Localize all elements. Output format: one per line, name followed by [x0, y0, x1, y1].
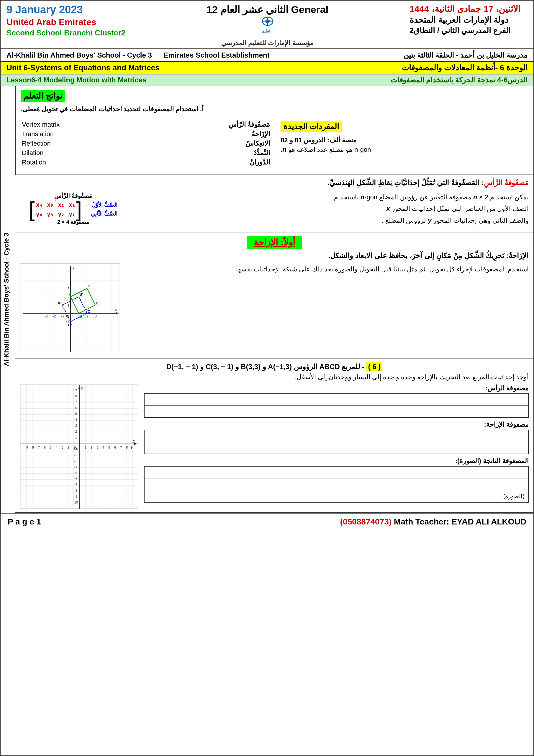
matrix-tables: مصفوفة الرأس:	[144, 385, 529, 508]
svg-text:-2: -2	[74, 453, 77, 457]
header: 9 January 2023 United Arab Emirates Seco…	[1, 1, 533, 49]
vocab-row-4: Dilation التَّمدُّدُ	[22, 149, 270, 157]
vertical-sidebar: Al-Khalil Bin Ahmed Boys' School - Cycle…	[1, 86, 15, 513]
vertex-matrix-block: مصفوفة الرأس:	[144, 385, 529, 418]
outcomes-section: نواتج التعلم أ. استخدام المصفوفات لتحديد…	[15, 86, 533, 117]
svg-text:-4: -4	[74, 465, 77, 469]
svg-text:2: 2	[75, 430, 77, 433]
right-bracket: ]	[29, 201, 35, 218]
problem6-svg: y x 1 2 3 4 5 6 7 8 9	[20, 385, 139, 509]
svg-text:4: 4	[102, 446, 104, 449]
svg-text:3: 3	[96, 446, 98, 449]
vocab-section: Vertex matrix مَصفُوفةُ الرَّأسِ Transla…	[15, 117, 533, 175]
vertex-matrix-visual: مَصفُوفةُ الرَّأسِ الصَّفُّ الأوَّلُ ← ا…	[20, 189, 126, 228]
svg-text:7: 7	[75, 400, 77, 404]
svg-text:-6: -6	[43, 446, 46, 449]
svg-text:9: 9	[131, 446, 133, 449]
translation-matrix-block: مصفوفة الإزاحة:	[144, 421, 529, 454]
svg-text:1: 1	[67, 303, 70, 308]
svg-text:-8: -8	[74, 489, 77, 492]
svg-text:-7: -7	[74, 483, 77, 486]
date-arabic: الاثنين، 17 جمادى الثانية، 1444	[410, 4, 521, 14]
svg-text:-3: -3	[44, 314, 48, 318]
vocab-en-5: Rotation	[22, 159, 46, 166]
result-matrix-block: المصفوفة الناتجة (الصورة): (الصورة)	[144, 457, 529, 502]
matrix-row-labels: الصَّفُّ الأوَّلُ ← الصَّفُّ الثَّانِي ←	[84, 202, 117, 217]
country-arabic: دولة الإمارات العربية المتحدة	[410, 15, 508, 25]
header-left: 9 January 2023 United Arab Emirates Seco…	[7, 4, 125, 38]
problem6-title: ( 6 ) - للمربع ABCD الرؤوس A(−1,3) و B(3…	[20, 363, 529, 371]
translation-matrix-label: مصفوفة الإزاحة:	[144, 421, 529, 428]
translation-graph: y x 1 2 3 -1 1 2 3 -1 -2 -3	[20, 263, 120, 355]
problem6-question: أوجد إحداثيات المربع بعد التحريك بالإزاح…	[20, 373, 529, 381]
vertex-def-title: مَصفُوفةُ الرَّأسِ: المَصفُوفةُ التي تُم…	[20, 179, 529, 187]
svg-text:-6: -6	[74, 477, 77, 480]
svg-text:6: 6	[114, 446, 116, 449]
svg-text:3: 3	[95, 314, 97, 318]
vocab-en-2: Translation	[22, 130, 54, 138]
phone-number: (0508874073)	[340, 517, 392, 526]
svg-text:-2: -2	[53, 314, 56, 318]
svg-text:-5: -5	[74, 471, 77, 474]
school-row: Al-Khalil Bin Ahmed Boys' School - Cycle…	[1, 49, 533, 62]
branch-arabic: الفرع المدرسي الثاني / النطاق2	[410, 26, 510, 35]
svg-text:x: x	[115, 307, 117, 312]
footer: P a g e 1 (0508874073) Math Teacher: EYA…	[1, 513, 533, 530]
svg-text:-5: -5	[49, 446, 52, 449]
header-right: الاثنين، 17 جمادى الثانية، 1444 دولة الإ…	[410, 4, 527, 35]
translation-matrix-table	[144, 430, 529, 454]
vertex-matrix-label: مصفوفة الرأس:	[144, 385, 529, 392]
matrix-visual-label: مَصفُوفةُ الرَّأسِ	[54, 192, 92, 199]
problem6-body: y x 1 2 3 4 5 6 7 8 9	[20, 385, 529, 508]
svg-text:9: 9	[75, 388, 77, 392]
svg-text:-9: -9	[74, 495, 77, 498]
vertex-body: يمكن استخدام n × 2 مصفوفة للتعبير عن رؤو…	[20, 189, 529, 228]
svg-text:y: y	[81, 385, 83, 390]
main-area: Al-Khalil Bin Ahmed Boys' School - Cycle…	[1, 86, 533, 513]
logo-text: مؤسسة الإمارات للتعليم المدرسي	[221, 39, 314, 47]
vocab-ar-1: مَصفُوفةُ الرَّأسِ	[229, 121, 270, 128]
vocab-en-4: Dilation	[22, 149, 43, 157]
ngon-note: n-gon هو مضلع عدد اضلاعه هو n.	[281, 146, 371, 153]
svg-text:-2: -2	[66, 446, 69, 449]
content-area: نواتج التعلم أ. استخدام المصفوفات لتحديد…	[15, 86, 533, 513]
vertex-def-section: مَصفُوفةُ الرَّأسِ: المَصفُوفةُ التي تُم…	[15, 175, 533, 232]
svg-text:C': C'	[88, 309, 91, 313]
svg-text:1: 1	[85, 446, 87, 449]
vertex-matrix-table	[144, 393, 529, 418]
vocab-en-3: Reflection	[22, 140, 51, 148]
svg-text:4: 4	[75, 418, 77, 421]
translation-text: استخدم المصفوفات لإجراء كل تحويل. ثم مثل…	[126, 263, 529, 275]
logo-area: تعليم مؤسسة الإمارات للتعليم المدرسي	[221, 15, 314, 47]
svg-text:6: 6	[75, 406, 77, 410]
svg-text:-3: -3	[74, 459, 77, 463]
school-name-english: Al-Khalil Bin Ahmed Boys' School - Cycle…	[7, 51, 270, 59]
result-matrix-table: (الصورة)	[144, 466, 529, 502]
svg-text:A: A	[69, 292, 72, 296]
svg-text:-7: -7	[37, 446, 40, 449]
svg-text:A': A'	[58, 301, 61, 305]
svg-text:-1: -1	[61, 314, 64, 318]
svg-text:O: O	[66, 314, 69, 318]
svg-text:y: y	[72, 265, 74, 270]
translation-title: أولاً: الإزاحة	[247, 236, 302, 249]
outcomes-title: نواتج التعلم	[21, 90, 65, 102]
svg-text:C: C	[96, 301, 99, 305]
country-english: United Arab Emirates	[7, 17, 96, 27]
vocab-row-5: Rotation الدَّورانُ	[22, 159, 270, 166]
svg-text:8: 8	[126, 446, 128, 449]
page-label: P a g e 1	[8, 517, 41, 526]
outcomes-arabic: نواتج التعلم أ. استخدام المصفوفات لتحديد…	[15, 86, 533, 117]
svg-text:-1: -1	[74, 447, 77, 451]
vocab-en-1: Vertex matrix	[22, 121, 60, 128]
vocab-ar-2: الإزَاحةُ	[252, 130, 270, 138]
unit-title-english: Unit 6-Systems of Equations and Matrices	[7, 63, 160, 72]
vocab-row-2: Translation الإزَاحةُ	[22, 130, 270, 138]
vocab-ar-3: الانعِكاسُ	[246, 140, 270, 148]
outcomes-item1: أ. استخدام المصفوفات لتحديد احداثيات الم…	[21, 105, 204, 113]
problem6-grid: y x 1 2 3 4 5 6 7 8 9	[20, 385, 138, 508]
vocab-row-3: Reflection الانعِكاسُ	[22, 140, 270, 148]
platform-note: منصة ألف: الدروس 81 و 82	[281, 136, 357, 144]
svg-text:تعليم: تعليم	[262, 29, 270, 34]
svg-text:B: B	[88, 284, 90, 288]
